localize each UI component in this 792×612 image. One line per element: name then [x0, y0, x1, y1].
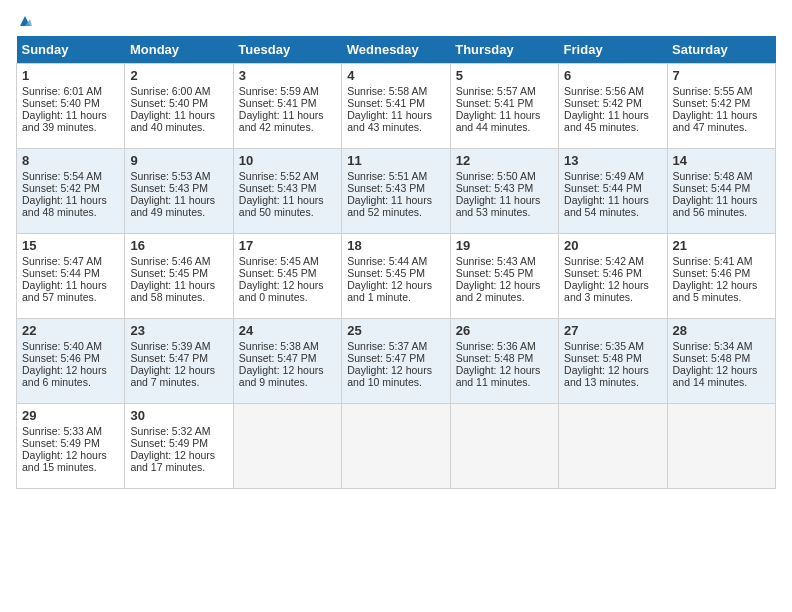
sunrise-text: Sunrise: 5:38 AM [239, 340, 319, 352]
sunrise-text: Sunrise: 6:00 AM [130, 85, 210, 97]
calendar-cell: 24Sunrise: 5:38 AMSunset: 5:47 PMDayligh… [233, 319, 341, 404]
day-number: 9 [130, 153, 227, 168]
daylight-text: Daylight: 11 hours and 45 minutes. [564, 109, 649, 133]
day-number: 13 [564, 153, 661, 168]
day-number: 28 [673, 323, 770, 338]
calendar-cell: 3Sunrise: 5:59 AMSunset: 5:41 PMDaylight… [233, 64, 341, 149]
daylight-text: Daylight: 11 hours and 42 minutes. [239, 109, 324, 133]
daylight-text: Daylight: 12 hours and 9 minutes. [239, 364, 324, 388]
sunset-text: Sunset: 5:45 PM [456, 267, 534, 279]
sunrise-text: Sunrise: 5:46 AM [130, 255, 210, 267]
logo [16, 16, 32, 28]
sunrise-text: Sunrise: 5:32 AM [130, 425, 210, 437]
calendar-cell: 20Sunrise: 5:42 AMSunset: 5:46 PMDayligh… [559, 234, 667, 319]
sunrise-text: Sunrise: 5:33 AM [22, 425, 102, 437]
sunset-text: Sunset: 5:46 PM [22, 352, 100, 364]
daylight-text: Daylight: 12 hours and 17 minutes. [130, 449, 215, 473]
sunrise-text: Sunrise: 5:45 AM [239, 255, 319, 267]
calendar-header-thursday: Thursday [450, 36, 558, 64]
calendar-cell: 23Sunrise: 5:39 AMSunset: 5:47 PMDayligh… [125, 319, 233, 404]
calendar-cell: 18Sunrise: 5:44 AMSunset: 5:45 PMDayligh… [342, 234, 450, 319]
sunset-text: Sunset: 5:43 PM [347, 182, 425, 194]
day-number: 23 [130, 323, 227, 338]
daylight-text: Daylight: 11 hours and 43 minutes. [347, 109, 432, 133]
daylight-text: Daylight: 11 hours and 54 minutes. [564, 194, 649, 218]
calendar-week-row: 15Sunrise: 5:47 AMSunset: 5:44 PMDayligh… [17, 234, 776, 319]
day-number: 30 [130, 408, 227, 423]
calendar-cell: 27Sunrise: 5:35 AMSunset: 5:48 PMDayligh… [559, 319, 667, 404]
sunset-text: Sunset: 5:41 PM [239, 97, 317, 109]
sunset-text: Sunset: 5:44 PM [673, 182, 751, 194]
day-number: 2 [130, 68, 227, 83]
sunset-text: Sunset: 5:49 PM [130, 437, 208, 449]
calendar-header-tuesday: Tuesday [233, 36, 341, 64]
daylight-text: Daylight: 11 hours and 58 minutes. [130, 279, 215, 303]
day-number: 16 [130, 238, 227, 253]
sunset-text: Sunset: 5:45 PM [239, 267, 317, 279]
daylight-text: Daylight: 11 hours and 49 minutes. [130, 194, 215, 218]
daylight-text: Daylight: 11 hours and 56 minutes. [673, 194, 758, 218]
calendar-cell [233, 404, 341, 489]
sunrise-text: Sunrise: 5:44 AM [347, 255, 427, 267]
calendar-cell: 16Sunrise: 5:46 AMSunset: 5:45 PMDayligh… [125, 234, 233, 319]
day-number: 24 [239, 323, 336, 338]
calendar-cell: 7Sunrise: 5:55 AMSunset: 5:42 PMDaylight… [667, 64, 775, 149]
daylight-text: Daylight: 11 hours and 48 minutes. [22, 194, 107, 218]
daylight-text: Daylight: 12 hours and 14 minutes. [673, 364, 758, 388]
day-number: 6 [564, 68, 661, 83]
sunset-text: Sunset: 5:41 PM [456, 97, 534, 109]
calendar-cell [342, 404, 450, 489]
sunset-text: Sunset: 5:47 PM [347, 352, 425, 364]
day-number: 12 [456, 153, 553, 168]
sunset-text: Sunset: 5:42 PM [564, 97, 642, 109]
sunset-text: Sunset: 5:44 PM [564, 182, 642, 194]
sunset-text: Sunset: 5:40 PM [22, 97, 100, 109]
day-number: 5 [456, 68, 553, 83]
sunset-text: Sunset: 5:46 PM [564, 267, 642, 279]
calendar-cell: 19Sunrise: 5:43 AMSunset: 5:45 PMDayligh… [450, 234, 558, 319]
daylight-text: Daylight: 11 hours and 47 minutes. [673, 109, 758, 133]
calendar-cell: 14Sunrise: 5:48 AMSunset: 5:44 PMDayligh… [667, 149, 775, 234]
calendar-cell: 15Sunrise: 5:47 AMSunset: 5:44 PMDayligh… [17, 234, 125, 319]
calendar-cell: 28Sunrise: 5:34 AMSunset: 5:48 PMDayligh… [667, 319, 775, 404]
sunrise-text: Sunrise: 5:36 AM [456, 340, 536, 352]
page-header [16, 16, 776, 28]
sunrise-text: Sunrise: 5:58 AM [347, 85, 427, 97]
day-number: 22 [22, 323, 119, 338]
calendar-cell [559, 404, 667, 489]
daylight-text: Daylight: 12 hours and 0 minutes. [239, 279, 324, 303]
day-number: 3 [239, 68, 336, 83]
day-number: 27 [564, 323, 661, 338]
daylight-text: Daylight: 12 hours and 6 minutes. [22, 364, 107, 388]
calendar-header-saturday: Saturday [667, 36, 775, 64]
day-number: 18 [347, 238, 444, 253]
calendar-cell: 12Sunrise: 5:50 AMSunset: 5:43 PMDayligh… [450, 149, 558, 234]
calendar-header-wednesday: Wednesday [342, 36, 450, 64]
sunrise-text: Sunrise: 5:47 AM [22, 255, 102, 267]
day-number: 1 [22, 68, 119, 83]
daylight-text: Daylight: 12 hours and 13 minutes. [564, 364, 649, 388]
sunrise-text: Sunrise: 5:53 AM [130, 170, 210, 182]
daylight-text: Daylight: 11 hours and 57 minutes. [22, 279, 107, 303]
sunrise-text: Sunrise: 5:34 AM [673, 340, 753, 352]
calendar-cell: 30Sunrise: 5:32 AMSunset: 5:49 PMDayligh… [125, 404, 233, 489]
sunset-text: Sunset: 5:44 PM [22, 267, 100, 279]
daylight-text: Daylight: 12 hours and 2 minutes. [456, 279, 541, 303]
day-number: 29 [22, 408, 119, 423]
sunrise-text: Sunrise: 5:59 AM [239, 85, 319, 97]
sunset-text: Sunset: 5:47 PM [239, 352, 317, 364]
daylight-text: Daylight: 12 hours and 11 minutes. [456, 364, 541, 388]
daylight-text: Daylight: 12 hours and 7 minutes. [130, 364, 215, 388]
day-number: 20 [564, 238, 661, 253]
daylight-text: Daylight: 11 hours and 40 minutes. [130, 109, 215, 133]
day-number: 11 [347, 153, 444, 168]
sunrise-text: Sunrise: 5:43 AM [456, 255, 536, 267]
day-number: 10 [239, 153, 336, 168]
sunrise-text: Sunrise: 5:48 AM [673, 170, 753, 182]
sunrise-text: Sunrise: 6:01 AM [22, 85, 102, 97]
daylight-text: Daylight: 11 hours and 53 minutes. [456, 194, 541, 218]
sunset-text: Sunset: 5:46 PM [673, 267, 751, 279]
daylight-text: Daylight: 11 hours and 44 minutes. [456, 109, 541, 133]
sunset-text: Sunset: 5:43 PM [130, 182, 208, 194]
calendar-cell: 11Sunrise: 5:51 AMSunset: 5:43 PMDayligh… [342, 149, 450, 234]
